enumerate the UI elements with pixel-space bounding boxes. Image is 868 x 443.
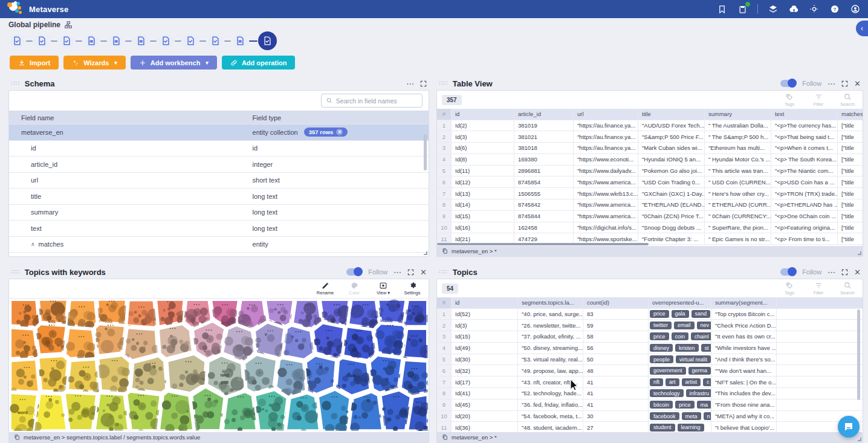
collapse-caret-icon[interactable]: ∧ xyxy=(31,241,35,247)
tag-chip[interactable]: germa xyxy=(688,367,711,375)
pipeline-node[interactable] xyxy=(134,34,148,48)
table-row[interactable]: 3Id(6)381018"https://au.finance.ya..."Ma… xyxy=(437,143,863,154)
layers-icon[interactable] xyxy=(768,4,779,15)
table-row[interactable]: 3Id(15)"37. polkadot, efinity, ...58pric… xyxy=(437,331,863,343)
tag-chip[interactable]: learning xyxy=(678,424,704,432)
follow-toggle[interactable] xyxy=(780,268,796,276)
more-menu-icon[interactable]: ⋯ xyxy=(828,268,835,276)
add-operation-button[interactable]: Add operation xyxy=(222,56,296,70)
tag-chip[interactable]: nft xyxy=(650,378,663,386)
tag-chip[interactable]: kristen xyxy=(675,344,699,352)
tag-chip[interactable]: facebook xyxy=(650,412,679,420)
follow-toggle[interactable] xyxy=(780,80,796,87)
rows-count-pill[interactable]: 357 rows✕ xyxy=(304,128,348,137)
remove-filter-icon[interactable]: ✕ xyxy=(336,129,343,135)
tag-chip[interactable]: meta xyxy=(682,412,701,420)
locate-icon[interactable] xyxy=(809,4,820,15)
tags-tool[interactable]: Tags xyxy=(779,282,800,296)
tag-chip[interactable]: price xyxy=(675,401,695,409)
rename-tool[interactable]: Rename xyxy=(315,282,335,296)
search-tool[interactable]: Search xyxy=(837,93,858,107)
tag-chip[interactable]: art xyxy=(666,378,679,386)
tag-chip[interactable]: ma xyxy=(697,401,711,409)
tag-chip[interactable]: email xyxy=(674,322,695,329)
table-row[interactable]: 7Id(13)1506555"https://www.wkrb13.c..."G… xyxy=(437,188,863,199)
cloud-upload-icon[interactable] xyxy=(788,4,799,15)
tag-chip[interactable]: price xyxy=(650,332,669,340)
table-row[interactable]: 6Id(32)"49. propose, law, app...48govern… xyxy=(437,365,863,377)
tag-chip[interactable]: student xyxy=(650,424,675,432)
more-menu-icon[interactable]: ⋯ xyxy=(406,80,414,88)
settings-tool[interactable]: Settings xyxy=(402,282,423,296)
tag-chip[interactable]: chainl xyxy=(691,332,711,340)
tag-chip[interactable]: c xyxy=(703,378,711,386)
expand-icon[interactable] xyxy=(841,269,848,276)
view-tool[interactable]: View ▾ xyxy=(373,282,394,296)
drag-handle-icon[interactable]: ∷∷ xyxy=(439,269,448,275)
tag-chip[interactable]: bitcoin xyxy=(650,401,673,409)
table-row[interactable]: 8Id(14)8745842"https://www.america..."ET… xyxy=(437,199,863,211)
expand-icon[interactable] xyxy=(420,80,427,87)
schema-row[interactable]: metaverse_enentity collection357 rows✕ xyxy=(9,124,429,141)
pipeline-node[interactable] xyxy=(59,34,74,48)
account-icon[interactable] xyxy=(850,4,861,15)
table-row[interactable]: 6Id(12)8745854"https://www.america..."US… xyxy=(437,176,863,188)
table-row[interactable]: 4Id(49)"50. disney, streaming...56disney… xyxy=(437,343,863,354)
expand-icon[interactable] xyxy=(841,80,848,87)
drag-handle-icon[interactable]: ∷∷ xyxy=(11,80,20,86)
tag-chip[interactable]: artist xyxy=(682,378,701,386)
schema-vertical-scrollbar[interactable] xyxy=(424,134,427,170)
pipeline-node[interactable] xyxy=(34,34,49,48)
drag-handle-icon[interactable]: ∷∷ xyxy=(11,269,20,275)
filter-tool[interactable]: Filter xyxy=(808,93,829,107)
tag-chip[interactable]: infrastru xyxy=(686,389,711,397)
table-row[interactable]: 9Id(15)8745844"https://www.america..."0C… xyxy=(437,211,863,222)
search-tool[interactable]: Search xyxy=(837,282,858,296)
schema-row[interactable]: textlong text xyxy=(9,221,429,237)
table-row[interactable]: 2Id(3)381021"https://au.finance.ya..."S&… xyxy=(437,131,863,143)
schema-row[interactable]: urlshort text xyxy=(9,173,429,189)
tag-chip[interactable]: technology xyxy=(650,389,684,397)
table-row[interactable]: 9Id(45)"36. fed, friday, inflatio...41bi… xyxy=(437,399,863,411)
pipeline-node[interactable] xyxy=(208,34,222,48)
color-tool[interactable]: Color xyxy=(344,282,364,296)
pipeline-node[interactable] xyxy=(233,34,247,48)
table-row[interactable]: 4Id(8)169380"https://www.econoti..."Hyun… xyxy=(437,154,863,166)
copy-icon[interactable] xyxy=(442,434,448,441)
table-resize-handle[interactable] xyxy=(858,251,861,255)
bookmark-icon[interactable] xyxy=(716,4,727,15)
clipboard-icon[interactable] xyxy=(737,4,748,15)
import-button[interactable]: Import xyxy=(10,56,59,70)
tag-chip[interactable]: gala xyxy=(672,310,689,318)
tag-chip[interactable]: price xyxy=(650,310,669,318)
app-logo-icon[interactable] xyxy=(7,2,23,16)
tag-chip[interactable]: coin xyxy=(672,332,689,340)
table-row[interactable]: 1Id(2)381019"https://au.finance.ya..."AU… xyxy=(437,120,863,132)
chat-widget-button[interactable] xyxy=(838,416,860,438)
voronoi-treemap[interactable]: landplotfoodword xyxy=(9,299,429,432)
more-menu-icon[interactable]: ⋯ xyxy=(394,268,401,276)
pipeline-node[interactable] xyxy=(158,34,173,48)
schema-row[interactable]: summarylong text xyxy=(9,205,429,221)
pipeline-node[interactable] xyxy=(109,34,123,48)
table-row[interactable]: 8Id(41)"52. technology, hade...41technol… xyxy=(437,388,863,399)
pipeline-node[interactable] xyxy=(10,34,24,48)
collapse-panel-button[interactable]: ‹ xyxy=(856,21,868,36)
table-row[interactable]: 5Id(30)"53. virtual reality, real...50pe… xyxy=(437,354,863,366)
expand-icon[interactable] xyxy=(407,269,414,276)
schema-resize-handle[interactable] xyxy=(424,251,427,255)
help-icon[interactable]: ? xyxy=(829,4,840,15)
tag-chip[interactable]: st xyxy=(701,344,711,352)
tag-chip[interactable]: sand xyxy=(691,310,711,318)
tag-chip[interactable]: people xyxy=(650,355,673,363)
tag-chip[interactable]: disney xyxy=(650,344,673,352)
schema-search-input[interactable] xyxy=(321,94,423,108)
table-row[interactable]: 10Id(16)162458"https://digichat.info/s..… xyxy=(437,222,863,234)
filter-tool[interactable]: Filter xyxy=(808,282,829,296)
add-workbench-button[interactable]: Add workbench ▾ xyxy=(131,56,217,70)
tag-chip[interactable]: nev xyxy=(697,322,711,329)
table-row[interactable]: 2Id(3)"26. newsletter, twitte...59twitte… xyxy=(437,320,863,331)
tag-chip[interactable]: n xyxy=(704,412,711,420)
wizards-button[interactable]: Wizards ▾ xyxy=(63,56,126,70)
schema-row[interactable]: titlelong text xyxy=(9,189,429,205)
